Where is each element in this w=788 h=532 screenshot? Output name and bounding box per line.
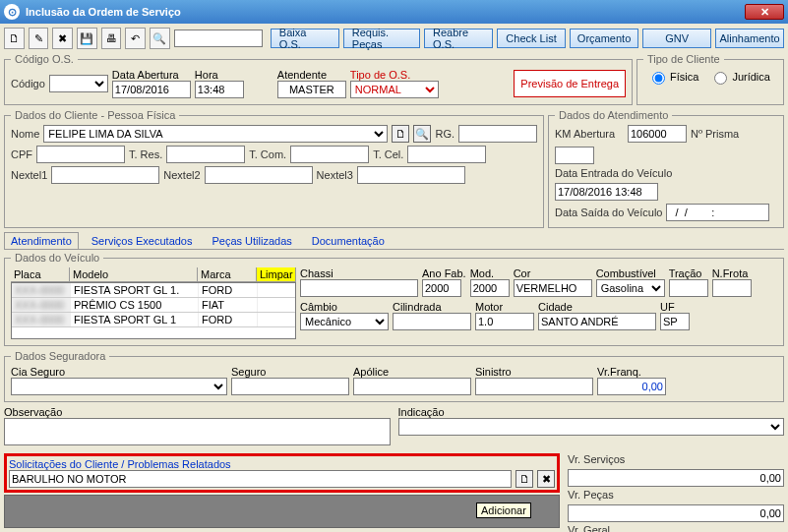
cor-input[interactable] — [514, 279, 592, 297]
codigo-select[interactable] — [49, 75, 108, 92]
edit-icon[interactable]: ✎ — [29, 28, 49, 49]
tcel-label: T. Cel. — [373, 148, 403, 160]
sinistro-input[interactable] — [475, 378, 593, 395]
window-title: Inclusão da Ordem de Serviço — [26, 6, 181, 18]
apolice-input[interactable] — [353, 378, 471, 395]
undo-icon[interactable]: ↶ — [125, 28, 146, 49]
requis-pecas-button[interactable]: Requis. Peças — [343, 29, 420, 48]
tcel-input[interactable] — [407, 146, 486, 163]
col-anofab: Ano Fab. — [422, 267, 466, 279]
new-icon[interactable]: 🗋 — [4, 28, 25, 49]
save-icon[interactable]: 💾 — [77, 28, 97, 49]
seguradora-legend: Dados Seguradora — [11, 350, 109, 362]
solicitacoes-legend: Solicitações do Cliente / Problemas Rela… — [9, 458, 555, 470]
km-input[interactable] — [628, 125, 687, 143]
seguro-input[interactable] — [231, 378, 349, 395]
solicitacoes-panel: Solicitações do Cliente / Problemas Rela… — [4, 453, 560, 493]
tipo-os-select[interactable]: NORMAL — [350, 81, 439, 98]
baixa-os-button[interactable]: Baixa O.S. — [271, 29, 339, 48]
motor-input[interactable] — [475, 313, 534, 330]
mod-input[interactable] — [470, 279, 510, 297]
hora-input[interactable] — [195, 81, 244, 98]
col-cilindrada: Cilindrada — [393, 301, 471, 313]
delete-solicitacao-icon[interactable]: ✖ — [537, 470, 555, 488]
orcamento-button[interactable]: Orçamento — [570, 29, 638, 48]
prisma-input[interactable] — [555, 147, 594, 164]
print-icon[interactable]: 🖶 — [101, 28, 122, 49]
gnv-button[interactable]: GNV — [642, 29, 711, 48]
toolbar-search-input[interactable] — [174, 30, 263, 47]
search-client-icon[interactable]: 🔍 — [413, 125, 431, 143]
observacao-input[interactable] — [4, 418, 391, 445]
uf-input[interactable] — [660, 313, 690, 330]
vehicle-row[interactable]: XXX-0000 PRÊMIO CS 1500 FIAT — [12, 298, 295, 313]
data-abertura-input[interactable] — [112, 81, 191, 98]
previsao-entrega-button[interactable]: Previsão de Entrega — [514, 70, 626, 97]
vr-pecas-label: Vr. Peças — [568, 489, 646, 501]
radio-juridica[interactable]: Jurídica — [709, 69, 770, 85]
data-abertura-label: Data Abertura — [112, 69, 191, 81]
delete-icon[interactable]: ✖ — [52, 28, 73, 49]
tab-servicos[interactable]: Serviços Executados — [85, 232, 200, 249]
radio-fisica[interactable]: Física — [647, 69, 698, 85]
nextel2-input[interactable] — [205, 166, 313, 184]
vrfranq-label: Vr.Franq. — [597, 366, 666, 378]
nextel3-label: Nextel3 — [317, 169, 353, 181]
tab-atendimento[interactable]: Atendimento — [4, 232, 79, 249]
cilindrada-input[interactable] — [393, 313, 471, 330]
alinhamento-button[interactable]: Alinhamento — [715, 29, 784, 48]
vr-geral-label: Vr. Geral — [568, 524, 646, 532]
tab-pecas[interactable]: Peças Utilizadas — [205, 232, 298, 249]
tab-docs[interactable]: Documentação — [305, 232, 392, 249]
col-placa: Placa — [11, 267, 70, 281]
dados-cliente-legend: Dados do Cliente - Pessoa Física — [11, 109, 179, 121]
nextel1-label: Nextel1 — [11, 169, 47, 181]
col-uf: UF — [660, 301, 690, 313]
codigo-label: Código — [11, 78, 45, 89]
close-button[interactable]: ✕ — [745, 4, 784, 20]
vrfranq-input[interactable] — [597, 378, 666, 395]
km-label: KM Abertura — [555, 128, 624, 140]
sinistro-label: Sinistro — [475, 366, 593, 378]
vehicle-row[interactable]: XXX-0000 FIESTA SPORT GL 1 FORD — [12, 313, 295, 327]
col-motor: Motor — [475, 301, 534, 313]
nfrota-input[interactable] — [712, 279, 752, 297]
rg-input[interactable] — [458, 125, 537, 143]
nome-label: Nome — [11, 128, 39, 140]
indicacao-select[interactable] — [398, 418, 785, 436]
codigo-os-legend: Código O.S. — [11, 53, 78, 65]
seguro-label: Seguro — [231, 366, 349, 378]
vehicle-row[interactable]: XXX-0000 FIESTA SPORT GL 1. FORD — [12, 283, 295, 298]
add-solicitacao-icon[interactable]: 🗋 — [515, 470, 533, 488]
nextel3-input[interactable] — [357, 166, 465, 184]
entrada-label: Data Entrada do Veículo — [555, 167, 672, 179]
combustivel-select[interactable]: Gasolina — [596, 279, 665, 297]
nome-select[interactable]: FELIPE LIMA DA SILVA — [43, 125, 388, 143]
cia-select[interactable] — [11, 378, 227, 395]
tcom-input[interactable] — [290, 146, 369, 163]
chassi-input[interactable] — [300, 279, 418, 297]
nextel1-input[interactable] — [51, 166, 159, 184]
vr-servicos-label: Vr. Serviços — [568, 453, 646, 465]
solicitacoes-input[interactable] — [9, 470, 512, 488]
nextel2-label: Nextel2 — [163, 169, 200, 181]
reabre-os-button[interactable]: Reabre O.S. — [424, 29, 493, 48]
cidade-input[interactable] — [538, 313, 656, 330]
prisma-label: Nº Prisma — [691, 128, 739, 140]
entrada-input[interactable] — [555, 183, 658, 201]
col-mod: Mod. — [470, 267, 510, 279]
col-marca: Marca — [198, 267, 257, 281]
dados-atend-legend: Dados do Atendimento — [555, 109, 672, 121]
doc-icon[interactable]: 🗋 — [392, 125, 409, 143]
atendente-input[interactable] — [277, 81, 346, 98]
checklist-button[interactable]: Check List — [497, 29, 566, 48]
saida-input[interactable] — [666, 204, 769, 221]
tracao-input[interactable] — [669, 279, 708, 297]
col-cor: Cor — [514, 267, 592, 279]
anofab-input[interactable] — [422, 279, 461, 297]
cpf-input[interactable] — [36, 146, 125, 163]
limpar-button[interactable]: Limpar — [257, 267, 296, 281]
cambio-select[interactable]: Mecânico — [300, 313, 389, 330]
search-icon[interactable]: 🔍 — [150, 28, 170, 49]
tres-input[interactable] — [166, 146, 245, 163]
